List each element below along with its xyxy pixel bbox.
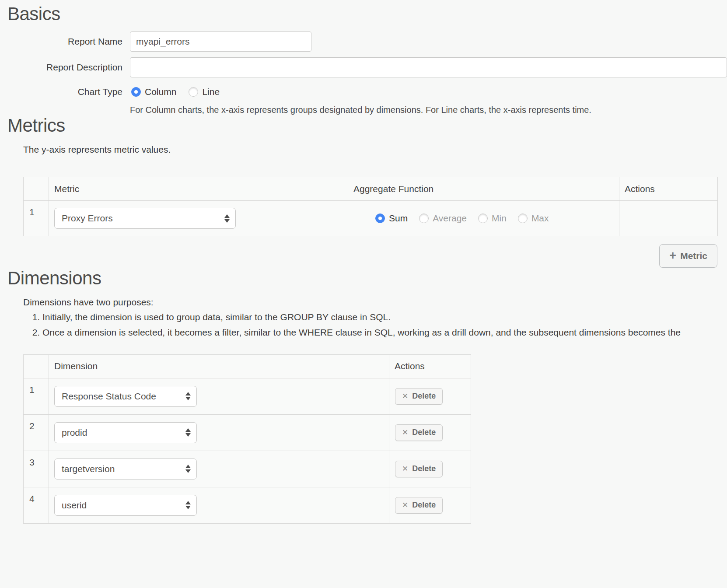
dimensions-table-header-row: Dimension Actions (24, 354, 471, 378)
metrics-heading: Metrics (7, 115, 727, 136)
metric-select-value: Proxy Errors (62, 213, 113, 224)
chart-type-column-label[interactable]: Column (145, 87, 176, 97)
chart-type-row: Chart Type Column Line (0, 85, 727, 99)
dimensions-table: Dimension Actions 1 Response Status Code (23, 354, 471, 524)
add-metric-button[interactable]: + Metric (659, 244, 717, 268)
add-metric-button-row: + Metric (0, 244, 717, 268)
report-name-row: Report Name (0, 32, 727, 52)
aggregate-min-label[interactable]: Min (492, 213, 507, 224)
dimension-select-value: userid (62, 500, 87, 511)
delete-dimension-button-1[interactable]: ✕ Delete (395, 388, 443, 405)
dimensions-description: Dimensions have two purposes: (23, 297, 727, 308)
chart-type-line-label[interactable]: Line (202, 87, 220, 97)
aggregate-sum-radio[interactable] (375, 214, 385, 223)
report-description-row: Report Description (0, 57, 727, 77)
plus-icon: + (669, 250, 676, 262)
metric-row-index: 1 (24, 201, 49, 236)
dimension-row-index: 2 (24, 414, 49, 451)
dimension-row-index: 4 (24, 487, 49, 523)
dimension-row-index: 1 (24, 378, 49, 414)
dimension-select-value: prodid (62, 427, 87, 438)
dimension-select-value: Response Status Code (62, 391, 156, 402)
report-name-label: Report Name (0, 36, 122, 47)
select-caret-icon (185, 428, 191, 437)
add-metric-button-label: Metric (680, 251, 707, 261)
aggregate-max-label[interactable]: Max (531, 213, 549, 224)
delete-button-label: Delete (412, 464, 436, 473)
select-caret-icon (224, 214, 230, 223)
dimension-column-header: Dimension (49, 354, 389, 378)
dimension-select-4[interactable]: userid (54, 495, 197, 516)
delete-x-icon: ✕ (402, 465, 408, 472)
delete-dimension-button-4[interactable]: ✕ Delete (395, 497, 443, 514)
dimensions-section: Dimensions Dimensions have two purposes:… (0, 268, 727, 524)
chart-type-radio-group: Column Line (131, 87, 232, 97)
dimension-purposes-list: Initially, the dimension is used to grou… (0, 311, 727, 339)
aggregate-sum-label[interactable]: Sum (389, 213, 408, 224)
dimension-row-2: 2 prodid ✕ Delete (24, 414, 471, 451)
select-caret-icon (185, 501, 191, 509)
aggregate-radio-group: Sum Average Min Max (375, 213, 619, 224)
delete-dimension-button-2[interactable]: ✕ Delete (395, 424, 443, 441)
dimension-purpose-1: Initially, the dimension is used to grou… (42, 311, 727, 323)
report-name-input[interactable] (130, 32, 311, 52)
dimensions-heading: Dimensions (7, 268, 727, 288)
select-caret-icon (185, 465, 191, 473)
aggregate-function-column-header: Aggregate Function (348, 177, 619, 201)
report-description-input[interactable] (130, 57, 727, 77)
dimension-select-1[interactable]: Response Status Code (54, 386, 197, 407)
delete-x-icon: ✕ (402, 392, 408, 400)
dimension-select-2[interactable]: prodid (54, 422, 197, 443)
metrics-description: The y-axis represents metric values. (23, 144, 727, 155)
dimension-select-3[interactable]: targetversion (54, 458, 197, 480)
delete-button-label: Delete (412, 500, 436, 510)
aggregate-average-label[interactable]: Average (433, 213, 467, 224)
aggregate-average-radio[interactable] (419, 214, 429, 223)
metric-row-1: 1 Proxy Errors Sum Average (24, 201, 718, 236)
chart-type-line-radio[interactable] (189, 87, 198, 97)
aggregate-max-radio[interactable] (518, 214, 528, 223)
metrics-table-header-row: Metric Aggregate Function Actions (24, 177, 718, 201)
metric-column-header: Metric (49, 177, 348, 201)
delete-button-label: Delete (412, 428, 436, 437)
metrics-table: Metric Aggregate Function Actions 1 Prox… (23, 177, 718, 236)
metrics-section: Metrics The y-axis represents metric val… (0, 115, 727, 268)
chart-type-help-text: For Column charts, the x-axis represents… (130, 105, 727, 115)
metric-select[interactable]: Proxy Errors (54, 208, 236, 229)
delete-x-icon: ✕ (402, 429, 408, 436)
aggregate-min-radio[interactable] (478, 214, 488, 223)
dimension-row-1: 1 Response Status Code ✕ Delete (24, 378, 471, 414)
dimension-row-3: 3 targetversion ✕ Delete (24, 451, 471, 487)
basics-heading: Basics (7, 0, 727, 24)
dimension-row-4: 4 userid ✕ Delete (24, 487, 471, 523)
metrics-actions-column-header: Actions (619, 177, 718, 201)
chart-type-column-radio[interactable] (131, 87, 141, 97)
select-caret-icon (185, 392, 191, 400)
dimensions-actions-column-header: Actions (389, 354, 471, 378)
chart-type-label: Chart Type (0, 87, 122, 97)
delete-x-icon: ✕ (402, 501, 408, 509)
metrics-index-header (24, 177, 49, 201)
dimension-select-value: targetversion (62, 464, 115, 474)
delete-button-label: Delete (412, 392, 436, 401)
report-description-label: Report Description (0, 62, 122, 73)
custom-report-builder-page: Basics Report Name Report Description Ch… (0, 0, 727, 588)
dimensions-index-header (24, 354, 49, 378)
basics-section: Basics Report Name Report Description Ch… (0, 0, 727, 115)
metric-actions-cell (619, 201, 718, 236)
dimension-purpose-2: Once a dimension is selected, it becomes… (42, 326, 727, 338)
delete-dimension-button-3[interactable]: ✕ Delete (395, 461, 443, 477)
dimension-row-index: 3 (24, 451, 49, 487)
